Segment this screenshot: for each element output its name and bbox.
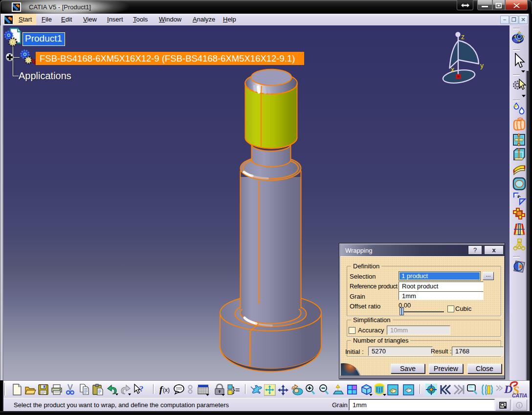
svg-text:D: D [504,383,512,395]
svg-text:x: x [451,66,454,73]
svg-text:?: ? [139,384,144,393]
svg-text:}=: }= [232,385,240,394]
svg-text:i: i [519,403,520,408]
svg-text:(x): (x) [163,387,170,393]
svg-text:y: y [480,62,484,69]
svg-text:z: z [461,33,465,41]
